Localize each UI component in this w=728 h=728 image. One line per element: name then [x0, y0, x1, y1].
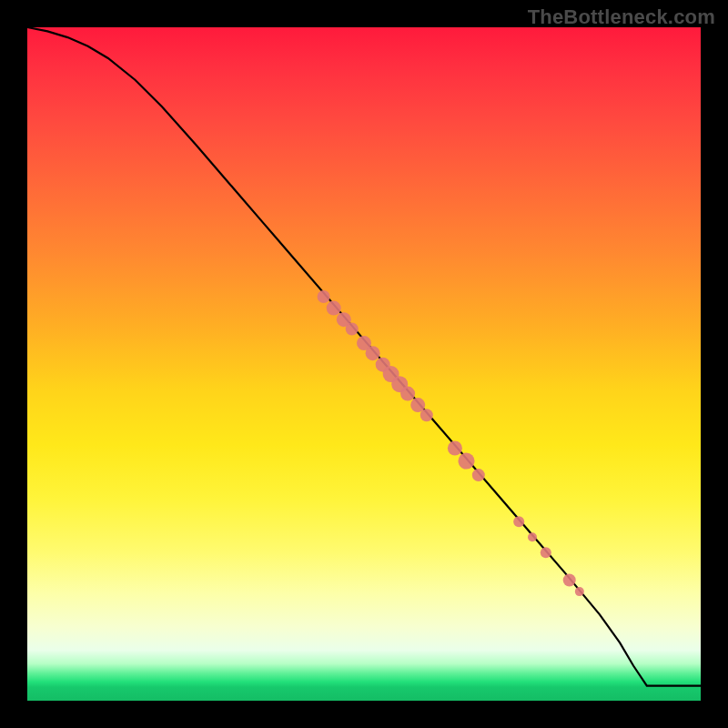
watermark-text: TheBottleneck.com	[528, 5, 715, 29]
plot-background	[27, 27, 701, 701]
chart-frame	[27, 27, 701, 701]
